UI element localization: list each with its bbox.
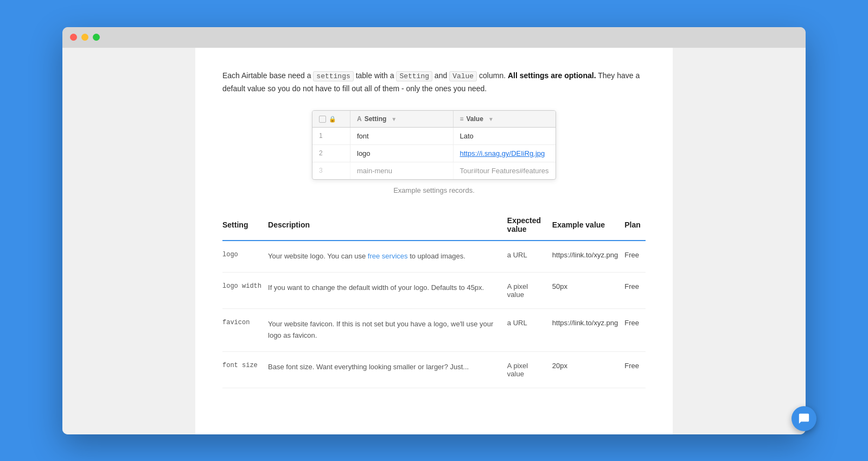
expected-favicon: a URL	[507, 309, 552, 352]
free-services-link[interactable]: free services	[368, 252, 408, 260]
th-plan: Plan	[624, 211, 646, 241]
table-row: logo width If you want to change the def…	[222, 273, 646, 309]
chat-button[interactable]	[792, 406, 816, 431]
airtable-cell-num-1: 1	[312, 128, 350, 144]
expected-logo: a URL	[507, 241, 552, 272]
airtable-row-1: 1 font Lato	[312, 128, 556, 145]
airtable-cell-value-2: https://i.snag.gy/DEIiRg.jpg	[454, 145, 556, 162]
settings-table: Setting Description Expectedvalue Exampl…	[222, 211, 646, 388]
chat-icon	[798, 413, 810, 425]
example-logo: https://link.to/xyz.png	[552, 241, 624, 272]
airtable-cell-setting-2: logo	[350, 145, 454, 162]
text-icon: A	[357, 115, 362, 123]
code-setting: Setting	[396, 71, 432, 81]
expected-font-size: A pixel value	[507, 351, 552, 388]
th-expected: Expectedvalue	[507, 211, 552, 241]
intro-paragraph: Each Airtable base need a settings table…	[222, 70, 646, 96]
dropdown-arrow-value: ▼	[488, 116, 494, 122]
airtable-row-3: 3 main-menu Tour#tour Features#features	[312, 162, 556, 179]
checkbox-icon	[319, 116, 326, 123]
setting-name-logo-width: logo width	[222, 273, 268, 309]
browser-window: Each Airtable base need a settings table…	[62, 27, 806, 434]
airtable-row-2: 2 logo https://i.snag.gy/DEIiRg.jpg	[312, 145, 556, 162]
description-favicon: Your website favicon. If this is not set…	[268, 309, 507, 352]
description-logo: Your website logo. You can use free serv…	[268, 241, 507, 272]
table-row: font size Base font size. Want everythin…	[222, 351, 646, 388]
airtable-cell-value-3: Tour#tour Features#features	[454, 162, 556, 179]
description-logo-width: If you want to change the default width …	[268, 273, 507, 309]
airtable-link[interactable]: https://i.snag.gy/DEIiRg.jpg	[460, 149, 545, 157]
table-row: favicon Your website favicon. If this is…	[222, 309, 646, 352]
airtable-header-checkbox: 🔒	[312, 111, 350, 127]
plan-logo: Free	[624, 241, 646, 272]
dropdown-arrow-setting: ▼	[391, 116, 397, 122]
expected-logo-width: A pixel value	[507, 273, 552, 309]
plan-logo-width: Free	[624, 273, 646, 309]
airtable-cell-num-3: 3	[312, 162, 350, 179]
close-button[interactable]	[70, 34, 77, 41]
example-favicon: https://link.to/xyz.png	[552, 309, 624, 352]
maximize-button[interactable]	[93, 34, 100, 41]
airtable-header-setting: A Setting ▼	[350, 111, 454, 127]
code-settings: settings	[313, 71, 353, 81]
example-font-size: 20px	[552, 351, 624, 388]
setting-name-favicon: favicon	[222, 309, 268, 352]
multiline-icon: ≡	[460, 115, 464, 123]
table-header-row: Setting Description Expectedvalue Exampl…	[222, 211, 646, 241]
airtable-cell-num-2: 2	[312, 145, 350, 162]
th-description: Description	[268, 211, 507, 241]
table-row: logo Your website logo. You can use free…	[222, 241, 646, 272]
minimize-button[interactable]	[81, 34, 88, 41]
setting-name-logo: logo	[222, 241, 268, 272]
setting-name-font-size: font size	[222, 351, 268, 388]
plan-font-size: Free	[624, 351, 646, 388]
airtable-caption: Example settings records.	[222, 186, 646, 194]
bold-optional: All settings are optional.	[508, 71, 596, 80]
page-content: Each Airtable base need a settings table…	[195, 48, 673, 434]
th-setting: Setting	[222, 211, 268, 241]
browser-titlebar	[62, 27, 806, 48]
airtable-cell-value-1: Lato	[454, 128, 556, 144]
airtable-cell-setting-1: font	[350, 128, 454, 144]
description-font-size: Base font size. Want everything looking …	[268, 351, 507, 388]
airtable-header: 🔒 A Setting ▼ ≡ Expected value Value ▼	[312, 111, 556, 128]
th-example: Example value	[552, 211, 624, 241]
airtable-cell-setting-3: main-menu	[350, 162, 454, 179]
example-logo-width: 50px	[552, 273, 624, 309]
browser-content: Each Airtable base need a settings table…	[62, 48, 806, 434]
lock-icon: 🔒	[329, 116, 336, 123]
airtable-mockup: 🔒 A Setting ▼ ≡ Expected value Value ▼	[312, 110, 556, 180]
airtable-header-value: ≡ Expected value Value ▼	[454, 111, 556, 127]
plan-favicon: Free	[624, 309, 646, 352]
code-value: Value	[449, 71, 477, 81]
